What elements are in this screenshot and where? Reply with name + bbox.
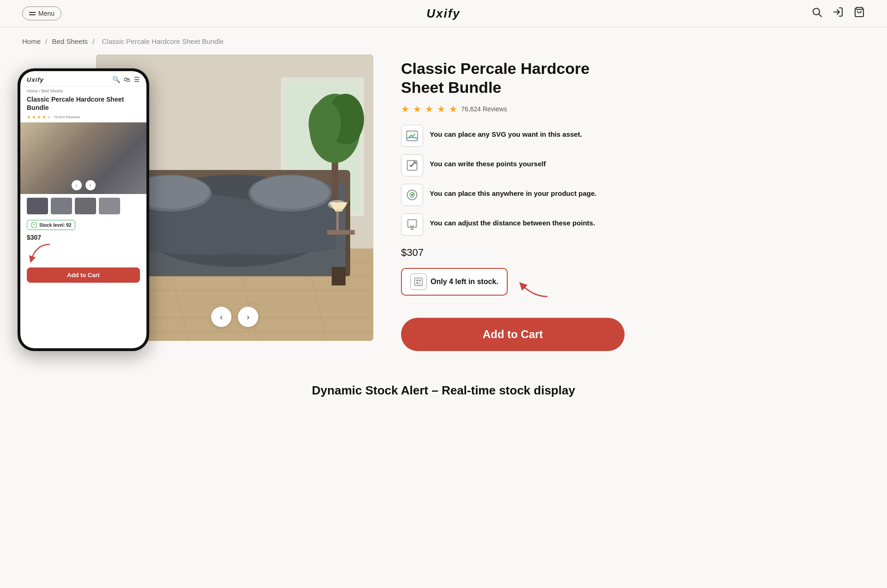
- add-to-cart-button[interactable]: Add to Cart: [401, 318, 625, 351]
- login-icon[interactable]: [832, 6, 844, 20]
- phone-thumbnail-2[interactable]: [51, 198, 72, 214]
- stock-icon: $: [410, 273, 427, 290]
- star-5-half: ★: [449, 103, 457, 115]
- phone-add-to-cart-button[interactable]: Add to Cart: [27, 267, 140, 283]
- svg-point-36: [328, 200, 346, 209]
- breadcrumb-home[interactable]: Home: [22, 37, 41, 45]
- next-image-button[interactable]: ›: [238, 307, 258, 327]
- star-4: ★: [437, 103, 445, 115]
- feature-icon-2: [401, 154, 423, 176]
- phone-product-image: ‹ ›: [20, 122, 146, 194]
- stock-alert: $ Only 4 left in stock.: [401, 268, 508, 296]
- bottom-caption: Dynamic Stock Alert – Real-time stock di…: [0, 370, 887, 407]
- phone-reviews: 76,624 Reviews: [54, 115, 80, 119]
- phone-thumbnail-4[interactable]: [99, 198, 120, 214]
- feature-item-2: You can write these points yourself: [401, 154, 625, 176]
- phone-thumbnails: [20, 194, 146, 218]
- svg-point-32: [309, 101, 341, 147]
- svg-text:$: $: [419, 282, 420, 285]
- svg-rect-45: [419, 279, 421, 281]
- phone-thumbnail-3[interactable]: [75, 198, 96, 214]
- phone-mockup: Uxify 🔍 🛍 ☰ Home / Bed Sheets Classic Pe…: [18, 68, 149, 351]
- breadcrumb-product: Classic Percale Hardcore Sheet Bundle: [102, 37, 224, 45]
- feature-item-1: You can place any SVG you want in this a…: [401, 125, 625, 147]
- rating-row: ★ ★ ★ ★ ★ 76,624 Reviews: [401, 103, 625, 115]
- product-title: Classic Percale Hardcore Sheet Bundle: [401, 59, 625, 97]
- main-content: Uxify 🔍 🛍 ☰ Home / Bed Sheets Classic Pe…: [0, 50, 647, 370]
- svg-rect-46: [416, 282, 418, 284]
- header-left: Menu: [22, 6, 61, 20]
- product-visual: Uxify 🔍 🛍 ☰ Home / Bed Sheets Classic Pe…: [22, 55, 373, 351]
- cart-icon[interactable]: [854, 6, 865, 20]
- menu-button[interactable]: Menu: [22, 6, 61, 20]
- phone-rating: ★ ★ ★ ★ ★ 76,624 Reviews: [20, 114, 146, 122]
- feature-list: You can place any SVG you want in this a…: [401, 125, 625, 236]
- phone-header: Uxify 🔍 🛍 ☰: [20, 71, 146, 86]
- phone-image-nav: ‹ ›: [72, 180, 96, 190]
- feature-item-4: You can adjust the distance between thes…: [401, 213, 625, 236]
- svg-rect-28: [332, 267, 346, 285]
- svg-rect-44: [416, 279, 418, 281]
- svg-point-26: [251, 176, 329, 209]
- svg-rect-43: [415, 278, 423, 285]
- menu-label: Menu: [38, 10, 55, 17]
- phone-price: $307: [20, 232, 146, 242]
- search-icon[interactable]: [811, 6, 822, 20]
- phone-logo: Uxify: [27, 76, 44, 83]
- feature-text-2: You can write these points yourself: [430, 154, 546, 168]
- star-3: ★: [425, 103, 433, 115]
- feature-text-1: You can place any SVG you want in this a…: [430, 125, 582, 138]
- phone-next-button[interactable]: ›: [85, 180, 96, 190]
- phone-screen: Uxify 🔍 🛍 ☰ Home / Bed Sheets Classic Pe…: [20, 71, 146, 348]
- star-2: ★: [413, 103, 421, 115]
- phone-cart-icon[interactable]: 🛍: [124, 76, 130, 83]
- review-count: 76,624 Reviews: [461, 105, 507, 113]
- product-info: Classic Percale Hardcore Sheet Bundle ★ …: [401, 55, 625, 351]
- header: Menu Uxify: [0, 0, 887, 27]
- phone-thumbnail-1[interactable]: [27, 198, 48, 214]
- svg-rect-34: [336, 212, 339, 231]
- feature-icon-1: [401, 125, 423, 147]
- breadcrumb-category[interactable]: Bed Sheets: [52, 37, 88, 45]
- feature-text-4: You can adjust the distance between thes…: [430, 213, 595, 227]
- phone-breadcrumb: Home / Bed Sheets: [20, 86, 146, 94]
- phone-arrow-annotation: [27, 242, 52, 263]
- phone-search-icon[interactable]: 🔍: [112, 76, 120, 83]
- phone-icons: 🔍 🛍 ☰: [112, 76, 140, 83]
- phone-stock-label: Stock level: 92: [39, 223, 71, 228]
- desktop-arrow-annotation: [515, 273, 552, 301]
- breadcrumb: Home / Bed Sheets / Classic Percale Hard…: [0, 27, 887, 50]
- phone-prev-button[interactable]: ‹: [72, 180, 82, 190]
- svg-rect-33: [327, 230, 355, 235]
- feature-text-3: You can place this anywhere in your prod…: [430, 184, 596, 197]
- hamburger-icon: [29, 12, 36, 15]
- svg-line-1: [819, 14, 822, 17]
- stock-alert-text: Only 4 left in stock.: [431, 278, 498, 286]
- phone-title: Classic Percale Hardcore Sheet Bundle: [20, 94, 146, 114]
- star-1: ★: [401, 103, 409, 115]
- site-logo: Uxify: [426, 6, 461, 21]
- svg-rect-42: [408, 219, 417, 227]
- product-price: $307: [401, 247, 625, 259]
- feature-icon-4: [401, 213, 423, 236]
- prev-image-button[interactable]: ‹: [211, 307, 231, 327]
- phone-stock-badge: Stock level: 92: [27, 220, 75, 230]
- feature-item-3: You can place this anywhere in your prod…: [401, 184, 625, 206]
- feature-icon-3: [401, 184, 423, 206]
- phone-menu-icon[interactable]: ☰: [134, 76, 140, 83]
- image-navigation: ‹ ›: [211, 307, 258, 327]
- header-right: [811, 6, 865, 20]
